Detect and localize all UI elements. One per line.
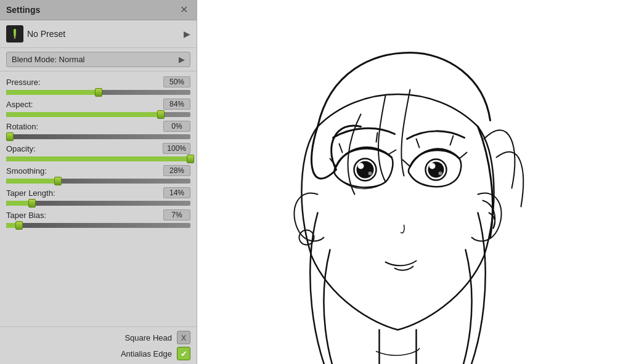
- toggle-label: Antialias Edge: [121, 349, 172, 358]
- slider-track[interactable]: [6, 112, 190, 117]
- slider-fill: [6, 112, 161, 117]
- slider-label: Taper Length:: [6, 188, 55, 198]
- slider-label: Smoothing:: [6, 166, 47, 176]
- slider-row: Rotation:0%: [6, 121, 190, 139]
- slider-fill: [6, 179, 58, 184]
- slider-thumb[interactable]: [187, 155, 194, 163]
- slider-header: Smoothing:28%: [6, 165, 190, 176]
- slider-track[interactable]: [6, 223, 190, 228]
- slider-header: Aspect:84%: [6, 99, 190, 110]
- slider-thumb[interactable]: [157, 110, 165, 119]
- slider-label: Rotation:: [6, 122, 38, 131]
- slider-header: Rotation:0%: [6, 121, 190, 132]
- slider-row: Aspect:84%: [6, 99, 190, 117]
- slider-header: Opacity:100%: [6, 143, 190, 154]
- slider-thumb[interactable]: [95, 88, 102, 97]
- svg-rect-0: [14, 29, 16, 34]
- slider-track[interactable]: [6, 201, 190, 206]
- sliders-area: Pressure:50%Aspect:84%Rotation:0%Opacity…: [0, 71, 197, 233]
- slider-row: Smoothing:28%: [6, 165, 190, 184]
- panel-header: Settings ✕: [0, 0, 197, 20]
- preset-arrow-icon: ▶: [184, 29, 190, 39]
- slider-label: Aspect:: [6, 100, 33, 109]
- toggle-row: Antialias Edge✔: [6, 347, 190, 360]
- blend-mode-button[interactable]: Blend Mode: Normal ▶: [6, 52, 190, 67]
- panel-title: Settings: [6, 5, 40, 15]
- settings-panel: Settings ✕ No Preset ▶ Blend Mode: Norma…: [0, 0, 197, 364]
- drawing-canvas: [197, 0, 623, 364]
- close-button[interactable]: ✕: [177, 5, 190, 15]
- slider-header: Pressure:50%: [6, 76, 190, 87]
- slider-value: 28%: [163, 165, 190, 176]
- slider-thumb[interactable]: [6, 132, 14, 141]
- preset-row[interactable]: No Preset ▶: [0, 20, 197, 48]
- toggle-label: Square Head: [124, 333, 172, 342]
- slider-header: Taper Length:14%: [6, 187, 190, 198]
- slider-value: 100%: [163, 143, 190, 154]
- slider-value: 0%: [163, 121, 190, 132]
- slider-thumb[interactable]: [54, 177, 62, 185]
- slider-fill: [6, 156, 190, 161]
- slider-row: Taper Length:14%: [6, 187, 190, 206]
- canvas-area: [197, 0, 623, 364]
- slider-track[interactable]: [6, 90, 190, 95]
- slider-thumb[interactable]: [15, 221, 23, 230]
- slider-thumb[interactable]: [28, 199, 36, 208]
- blend-mode-arrow-icon: ▶: [179, 55, 185, 64]
- blend-mode-row: Blend Mode: Normal ▶: [0, 48, 197, 71]
- slider-row: Opacity:100%: [6, 143, 190, 161]
- slider-track[interactable]: [6, 179, 190, 184]
- slider-row: Pressure:50%: [6, 76, 190, 95]
- antialias-toggle[interactable]: ✔: [177, 347, 190, 360]
- slider-value: 50%: [163, 76, 190, 87]
- toggle-row: Square HeadX: [6, 331, 190, 344]
- slider-track[interactable]: [6, 156, 190, 161]
- square-head-toggle[interactable]: X: [177, 331, 190, 344]
- toggles-area: Square HeadXAntialias Edge✔: [0, 326, 197, 364]
- slider-label: Pressure:: [6, 78, 41, 87]
- slider-label: Opacity:: [6, 144, 36, 153]
- slider-value: 84%: [163, 99, 190, 110]
- slider-value: 7%: [163, 209, 190, 220]
- slider-track[interactable]: [6, 134, 190, 139]
- slider-label: Taper Bias:: [6, 211, 46, 220]
- brush-icon: [6, 25, 23, 42]
- svg-rect-2: [14, 37, 15, 39]
- slider-row: Taper Bias:7%: [6, 209, 190, 228]
- blend-mode-label: Blend Mode: Normal: [12, 55, 85, 64]
- slider-fill: [6, 90, 99, 95]
- slider-header: Taper Bias:7%: [6, 209, 190, 220]
- slider-value: 14%: [163, 187, 190, 198]
- preset-name: No Preset: [27, 29, 180, 39]
